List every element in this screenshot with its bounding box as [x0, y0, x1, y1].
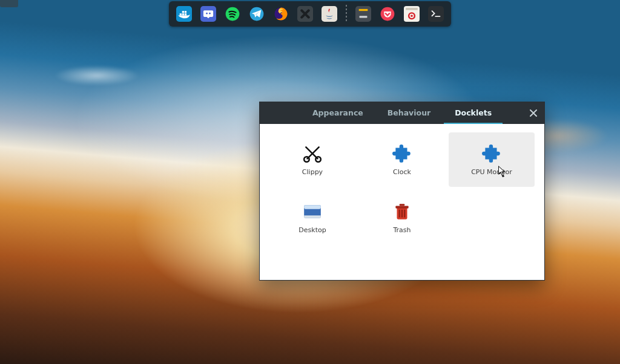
svg-rect-19	[406, 8, 418, 10]
dock-item-close[interactable]	[295, 4, 315, 24]
window-titlebar[interactable]: Appearance Behaviour Docklets	[260, 102, 544, 124]
desktop-icon	[302, 202, 323, 223]
docklet-clock[interactable]: Clock	[359, 132, 445, 187]
docklets-grid: Clippy Clock CPU Monitor D	[260, 124, 544, 253]
telegram-icon	[249, 6, 265, 22]
trash-icon	[392, 202, 412, 223]
spotify-icon	[225, 6, 240, 22]
svg-rect-15	[359, 9, 368, 11]
hint-chip	[0, 0, 18, 7]
dock-separator	[346, 5, 347, 23]
docklet-label: Desktop	[298, 226, 326, 234]
docklet-clippy[interactable]: Clippy	[269, 132, 355, 187]
java-icon	[322, 6, 337, 22]
svg-rect-29	[395, 206, 408, 208]
eye-icon	[404, 6, 420, 22]
dock-item-firefox[interactable]	[271, 4, 291, 24]
dock-item-minimize[interactable]	[353, 4, 374, 24]
svg-rect-30	[400, 204, 405, 206]
firefox-icon	[273, 6, 289, 22]
dock-item-telegram[interactable]	[246, 4, 267, 24]
svg-rect-2	[182, 13, 184, 15]
svg-rect-26	[304, 205, 321, 209]
docker-icon	[176, 6, 192, 22]
docklet-trash[interactable]: Trash	[359, 190, 445, 245]
dock-item-docker[interactable]	[174, 4, 194, 24]
svg-point-23	[304, 157, 309, 162]
svg-point-24	[315, 157, 321, 162]
svg-rect-27	[304, 215, 321, 218]
svg-rect-5	[185, 11, 186, 13]
svg-point-7	[206, 13, 208, 15]
docklet-label: Clock	[393, 168, 411, 176]
terminal-icon	[428, 6, 444, 22]
top-dock	[169, 1, 451, 27]
svg-rect-4	[182, 11, 184, 13]
plank-preferences-window: Appearance Behaviour Docklets Clippy	[259, 102, 545, 281]
minimize-icon	[355, 6, 371, 22]
scissors-icon	[302, 144, 323, 164]
svg-point-21	[411, 15, 413, 17]
docklet-desktop[interactable]: Desktop	[269, 190, 355, 245]
close-icon	[529, 108, 538, 118]
dock-item-terminal[interactable]	[426, 4, 446, 24]
desktop: Appearance Behaviour Docklets Clippy	[0, 0, 620, 364]
svg-rect-13	[322, 6, 337, 22]
decoration-cloud	[36, 60, 157, 91]
svg-point-8	[209, 13, 211, 15]
docklet-label: Trash	[393, 226, 411, 234]
window-close-button[interactable]	[529, 108, 538, 118]
pocket-icon	[380, 6, 395, 22]
docklet-label: Clippy	[302, 168, 323, 176]
svg-rect-16	[360, 16, 368, 18]
dock-item-discord[interactable]	[198, 4, 219, 24]
tab-bar: Appearance Behaviour Docklets	[260, 102, 544, 124]
close-app-icon	[297, 6, 313, 22]
svg-rect-1	[180, 13, 182, 15]
dock-item-viewer[interactable]	[401, 4, 422, 24]
docklet-label: CPU Monitor	[471, 168, 512, 176]
discord-icon	[200, 6, 216, 22]
puzzle-icon	[392, 144, 412, 164]
dock-item-pocket[interactable]	[377, 4, 398, 24]
tab-behaviour[interactable]: Behaviour	[377, 102, 441, 124]
puzzle-icon	[481, 144, 502, 164]
dock-item-java[interactable]	[319, 4, 340, 24]
tab-appearance[interactable]: Appearance	[302, 102, 374, 124]
svg-rect-3	[185, 13, 186, 15]
dock-item-spotify[interactable]	[222, 4, 243, 24]
tab-docklets[interactable]: Docklets	[444, 102, 503, 124]
svg-rect-22	[428, 6, 444, 22]
docklet-cpu-monitor[interactable]: CPU Monitor	[449, 132, 535, 187]
svg-rect-14	[355, 6, 371, 22]
